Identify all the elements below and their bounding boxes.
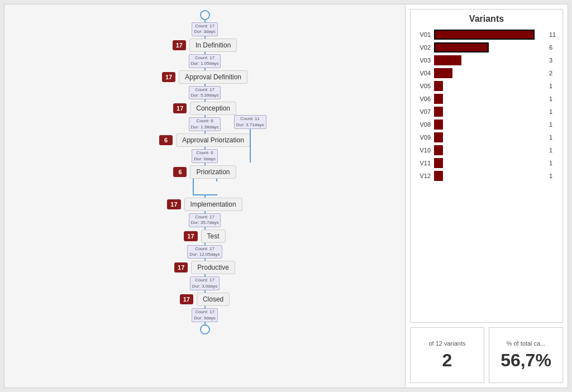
variant-count-v11: 1 [549, 160, 558, 166]
flow-start [200, 10, 210, 20]
variant-row-v04[interactable]: V042 [415, 68, 558, 78]
node-conception: 17 Conception [173, 102, 236, 115]
variant-bar-container-v11 [434, 158, 546, 168]
node-implementation: 17 Implementation [167, 198, 242, 211]
variant-count-v08: 1 [549, 121, 558, 128]
variant-bar-v09 [434, 132, 443, 142]
variant-count-v05: 1 [549, 83, 558, 89]
variant-label-v07: V07 [415, 108, 431, 115]
connector-prod: Count: 17Dur: 3.0days [110, 274, 300, 293]
bottom-stats: of 12 variants 2 % of total ca... 56,7% [410, 327, 563, 383]
node-productive: 17 Productive [174, 261, 235, 274]
stat-variants-label: of 12 variants [428, 340, 465, 347]
variant-count-v10: 1 [549, 147, 558, 154]
connector-test: Count: 17Dur: 12.05days [110, 243, 300, 261]
meta-fork-priorization: Count: 6Dur: 0days [192, 149, 218, 163]
label-implementation: Implementation [184, 198, 242, 211]
variant-row-v06[interactable]: V061 [415, 94, 558, 104]
variant-row-v05[interactable]: V051 [415, 81, 558, 91]
variant-bar-v05 [434, 81, 443, 91]
process-flow: Count: 17Dur: 3days 17 In Definition Cou… [110, 10, 300, 382]
meta-1: Count: 17Dur: 1.05days [189, 54, 221, 68]
variant-bar-v08 [434, 119, 443, 130]
variant-count-v01: 11 [549, 31, 558, 38]
connector-1: Count: 17Dur: 1.05days [110, 52, 300, 70]
variant-row-v09[interactable]: V091 [415, 132, 558, 142]
variant-bar-container-v10 [434, 145, 546, 155]
right-panel: Variants V0111V026V033V042V051V061V071V0… [406, 4, 568, 388]
variant-row-v12[interactable]: V121 [415, 171, 558, 181]
badge-conception: 17 [173, 103, 187, 113]
stat-box-variants: of 12 variants 2 [410, 327, 484, 383]
label-productive: Productive [191, 261, 235, 274]
variant-row-v11[interactable]: V111 [415, 158, 558, 168]
variant-label-v04: V04 [415, 70, 431, 77]
variant-count-v12: 1 [549, 173, 558, 179]
variant-bar-v02 [434, 42, 489, 52]
node-in-definition: 17 In Definition [173, 39, 237, 52]
variant-label-v05: V05 [415, 83, 431, 89]
label-closed: Closed [197, 293, 230, 306]
variant-row-v10[interactable]: V101 [415, 145, 558, 155]
variants-box: Variants V0111V026V033V042V051V061V071V0… [410, 9, 563, 323]
variant-row-v03[interactable]: V033 [415, 55, 558, 65]
label-approval-definition: Approval Definition [179, 70, 247, 84]
variant-bar-v10 [434, 145, 443, 155]
node-closed: 17 Closed [180, 293, 230, 306]
meta-prod: Count: 17Dur: 3.0days [190, 276, 220, 290]
variants-title: Variants [415, 14, 558, 24]
variant-label-v09: V09 [415, 134, 431, 141]
badge-test: 17 [184, 231, 197, 241]
variant-count-v06: 1 [549, 95, 558, 102]
stat-total-value: 56,7% [500, 350, 551, 371]
variant-bar-v12 [434, 171, 443, 181]
variant-label-v03: V03 [415, 57, 431, 64]
variant-bar-container-v12 [434, 171, 546, 181]
variant-row-v01[interactable]: V0111 [415, 30, 558, 40]
variant-label-v06: V06 [415, 95, 431, 102]
variant-bar-v06 [434, 94, 443, 104]
variant-bar-container-v01 [434, 30, 546, 40]
meta-fork-left: Count: 6Dur: 1.38days [189, 117, 221, 131]
meta-test: Count: 17Dur: 12.05days [187, 245, 222, 259]
connector-2: Count: 17Dur: 5.39days [110, 84, 300, 102]
label-conception: Conception [190, 102, 236, 115]
variant-bar-container-v04 [434, 68, 546, 78]
meta-fork-right: Count: 11Dur: 3.71days [234, 115, 266, 129]
variant-label-v01: V01 [415, 31, 431, 38]
variant-count-v07: 1 [549, 108, 558, 115]
flow-end [200, 324, 210, 334]
badge-in-definition: 17 [173, 40, 186, 50]
connector-impl: Count: 17Dur: 35.7days [110, 211, 300, 230]
stat-total-label: % of total ca... [507, 340, 546, 347]
stat-variants-value: 2 [442, 350, 452, 371]
variant-bar-container-v08 [434, 119, 546, 130]
variant-bar-v11 [434, 158, 443, 168]
badge-approval-priorization: 6 [159, 135, 173, 145]
meta-0: Count: 17Dur: 3days [192, 22, 218, 36]
label-test: Test [201, 230, 226, 243]
variant-count-v02: 6 [549, 44, 558, 51]
variant-label-v08: V08 [415, 121, 431, 128]
variant-label-v11: V11 [415, 160, 431, 166]
variant-row-v08[interactable]: V081 [415, 119, 558, 130]
variant-bar-v04 [434, 68, 452, 78]
meta-impl: Count: 17Dur: 35.7days [189, 213, 221, 227]
label-in-definition: In Definition [189, 39, 237, 52]
variant-bar-container-v07 [434, 107, 546, 117]
variant-bar-v03 [434, 55, 461, 65]
variant-bar-v01 [434, 30, 535, 40]
variant-row-v02[interactable]: V026 [415, 42, 558, 52]
badge-approval-definition: 17 [162, 72, 175, 82]
meta-end: Count: 17Dur: 3days [192, 308, 218, 322]
variant-count-v03: 3 [549, 57, 558, 64]
label-priorization: Priorization [190, 165, 236, 179]
variant-row-v07[interactable]: V071 [415, 107, 558, 117]
node-test: 17 Test [184, 230, 225, 243]
badge-closed: 17 [180, 294, 193, 304]
badge-priorization: 6 [173, 167, 187, 177]
connector-0: Count: 17Dur: 3days [110, 20, 300, 39]
variant-bar-container-v09 [434, 132, 546, 142]
variant-count-v04: 2 [549, 70, 558, 77]
variant-bar-v07 [434, 107, 443, 117]
